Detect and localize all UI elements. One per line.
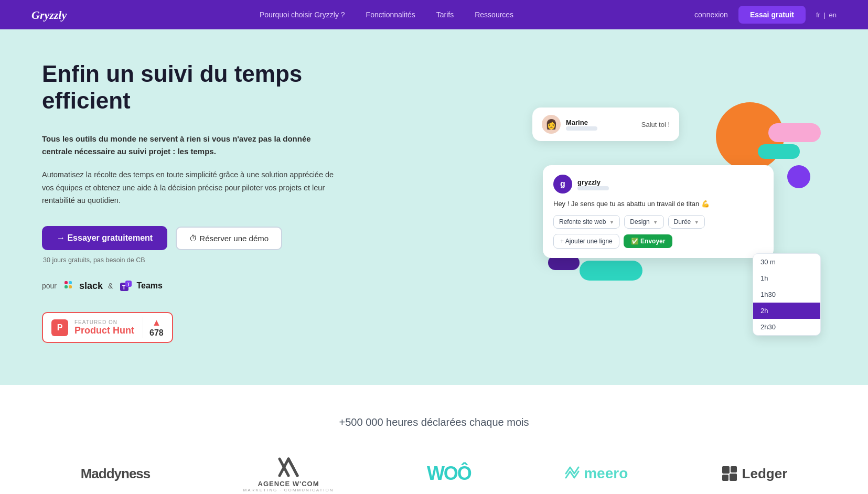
nav-link-features[interactable]: Fonctionnalités [366, 10, 415, 19]
integrations-label: pour [42, 282, 57, 290]
navbar: Gryzzly Pourquoi choisir Gryzzly ? Fonct… [0, 0, 868, 29]
nav-logo[interactable]: Gryzzly [31, 5, 79, 24]
dropdown-item-30m[interactable]: 30 m [753, 254, 820, 270]
svg-text:T: T [127, 282, 130, 287]
hero-section: Enfin un suivi du temps efficient Tous l… [0, 29, 868, 385]
logos-title: +500 000 heures déclarées chaque mois [42, 416, 826, 428]
add-line-button[interactable]: + Ajouter une ligne [553, 234, 619, 249]
nav-cta-button[interactable]: Essai gratuit [738, 6, 806, 24]
logos-row: Maddyness AGENCE W'COM MARKETING · COMMU… [42, 455, 826, 492]
hero-integrations: pour slack & T T Team [42, 278, 336, 293]
lang-fr[interactable]: fr [816, 11, 820, 19]
chevron-down-icon-3: ▼ [694, 219, 699, 225]
svg-rect-1 [65, 281, 68, 284]
lang-en[interactable]: en [829, 11, 837, 19]
nav-link-resources[interactable]: Ressources [475, 10, 513, 19]
svg-rect-14 [731, 466, 737, 472]
svg-rect-2 [69, 281, 72, 284]
dropdown-item-2h[interactable]: 2h [753, 303, 820, 319]
marine-info: Marine [566, 119, 597, 131]
hero-illustration: 👩 Marine Salut toi ! g gryzzly Hey ! Je … [532, 92, 826, 312]
chevron-down-icon-2: ▼ [653, 219, 658, 225]
gryzzly-name: gryzzly [577, 178, 609, 186]
teams-logo: T T Teams [118, 278, 163, 293]
ph-count-number: 678 [149, 328, 164, 338]
select-project[interactable]: Refonte site web ▼ [553, 215, 620, 229]
gryzzly-name-bar [577, 186, 609, 190]
teams-label: Teams [136, 281, 163, 291]
svg-rect-3 [65, 285, 68, 288]
chat-card-marine: 👩 Marine Salut toi ! [532, 108, 679, 141]
ph-count-block: ▲ 678 [143, 317, 164, 338]
try-free-button[interactable]: → Essayer gratuitement [42, 226, 167, 250]
dropdown-item-1h30[interactable]: 1h30 [753, 286, 820, 303]
gryzzly-message: Hey ! Je sens que tu as abattu un travai… [553, 200, 763, 208]
hero-description: Automatisez la récolte des temps en tout… [42, 168, 336, 207]
svg-rect-15 [722, 475, 728, 481]
ph-featured-label: FEATURED ON [74, 319, 134, 325]
hero-left: Enfin un suivi du temps efficient Tous l… [42, 61, 336, 343]
nav-links: Pourquoi choisir Gryzzly ? Fonctionnalit… [260, 10, 513, 19]
slack-label: slack [79, 281, 103, 292]
logo-maddyness: Maddyness [81, 466, 151, 482]
blob-purple-sm [787, 165, 810, 188]
slack-logo: slack [62, 278, 103, 293]
book-demo-button[interactable]: ⏱ Réserver une démo [176, 227, 282, 250]
gryzzly-actions: + Ajouter une ligne ✅ Envoyer [553, 234, 763, 249]
nav-right: connexion Essai gratuit fr | en [694, 6, 837, 24]
svg-line-12 [288, 459, 297, 476]
product-hunt-icon: P [51, 319, 68, 336]
logo-ledger: Ledger [721, 465, 788, 482]
hero-right: 👩 Marine Salut toi ! g gryzzly Hey ! Je … [336, 92, 826, 312]
blob-teal-top [758, 144, 800, 159]
blob-teal-bottom [580, 261, 642, 281]
logo-meero: meero [564, 465, 628, 482]
dropdown-item-1h[interactable]: 1h [753, 270, 820, 286]
gryzzly-header: g gryzzly [553, 175, 763, 194]
avatar-marine: 👩 [542, 115, 561, 134]
svg-rect-13 [722, 466, 730, 474]
nav-lang: fr | en [816, 11, 837, 19]
select-category[interactable]: Design ▼ [624, 215, 663, 229]
blob-pink [768, 123, 821, 142]
svg-text:Gryzzly: Gryzzly [31, 8, 67, 22]
hero-buttons: → Essayer gratuitement ⏱ Réserver une dé… [42, 226, 336, 250]
svg-rect-4 [69, 285, 72, 288]
logos-section: +500 000 heures déclarées chaque mois Ma… [0, 385, 868, 494]
dropdown-item-2h30[interactable]: 2h30 [753, 319, 820, 335]
connexion-link[interactable]: connexion [694, 10, 728, 19]
chat-card-gryzzly: g gryzzly Hey ! Je sens que tu as abattu… [543, 165, 774, 258]
gryzzly-selects: Refonte site web ▼ Design ▼ Durée ▼ [553, 215, 763, 229]
chevron-down-icon: ▼ [609, 219, 614, 225]
lang-sep: | [824, 11, 826, 19]
select-duration[interactable]: Durée ▼ [668, 215, 705, 229]
product-hunt-badge[interactable]: P FEATURED ON Product Hunt ▲ 678 [42, 312, 173, 343]
product-hunt-text: FEATURED ON Product Hunt [74, 319, 134, 336]
svg-rect-16 [730, 474, 737, 481]
nav-link-why[interactable]: Pourquoi choisir Gryzzly ? [260, 10, 345, 19]
svg-text:T: T [122, 284, 126, 291]
duration-dropdown[interactable]: 30 m 1h 1h30 2h 2h30 [753, 253, 821, 336]
ph-upvote-icon: ▲ [152, 317, 161, 328]
hero-title: Enfin un suivi du temps efficient [42, 61, 336, 114]
hero-subtitle: Tous les outils du monde ne servent à ri… [42, 133, 336, 158]
logo-woo: WOÔ [427, 463, 471, 485]
logo-wcom: AGENCE W'COM MARKETING · COMMUNICATION [243, 455, 334, 492]
ampersand: & [108, 282, 113, 290]
ph-name: Product Hunt [74, 325, 134, 336]
marine-name: Marine [566, 119, 597, 126]
nav-link-pricing[interactable]: Tarifs [436, 10, 454, 19]
marine-status-bar [566, 126, 597, 131]
marine-greeting: Salut toi ! [641, 121, 670, 128]
gryzzly-avatar: g [553, 175, 572, 194]
trial-note: 30 jours gratuits, pas besoin de CB [42, 256, 336, 264]
send-button[interactable]: ✅ Envoyer [624, 234, 673, 248]
